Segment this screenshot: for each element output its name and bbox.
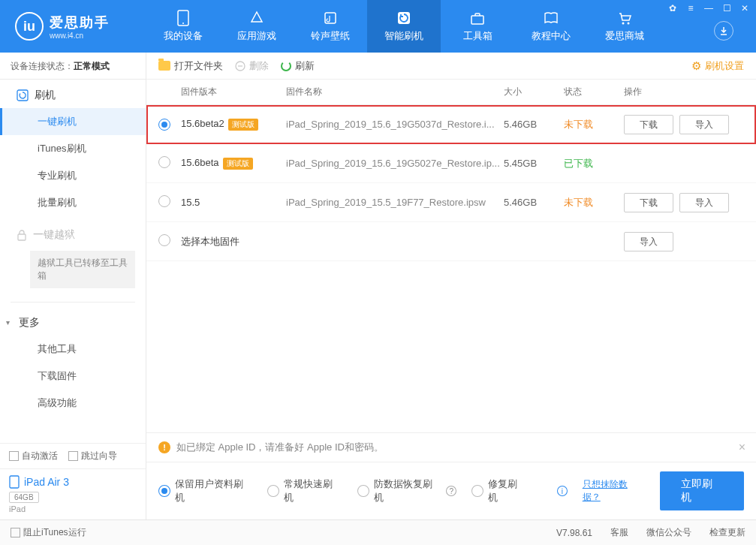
info-icon[interactable]: i (557, 486, 568, 496)
ipad-icon (9, 475, 20, 489)
nav-my-device[interactable]: 我的设备 (146, 0, 220, 53)
mode-anti-recovery[interactable]: 防数据恢复刷机? (357, 477, 456, 504)
sidebar-item-pro[interactable]: 专业刷机 (0, 162, 146, 189)
help-icon[interactable]: ? (446, 486, 456, 496)
nav-label: 铃声壁纸 (311, 29, 350, 43)
content-area: 打开文件夹 删除 刷新 ⚙ 刷机设置 固件版本 固件名称 大小 状态 操作 (146, 53, 756, 519)
svg-rect-2 (325, 13, 336, 23)
logo-icon: iu (15, 12, 44, 41)
maximize-icon[interactable]: ☐ (721, 3, 732, 14)
footer: 阻止iTunes运行 V7.98.61 客服 微信公众号 检查更新 (0, 519, 756, 545)
sidebar-options-row: 自动激活 跳过向导 (0, 444, 146, 468)
import-button[interactable]: 导入 (624, 232, 673, 251)
nav-tutorials[interactable]: 教程中心 (514, 0, 588, 53)
folder-icon (158, 61, 170, 71)
erase-data-link[interactable]: 只想抹除数据？ (583, 478, 646, 504)
nav-ringtones[interactable]: 铃声壁纸 (294, 0, 367, 53)
divider (11, 302, 135, 303)
device-chip[interactable]: iPad Air 3 64GB iPad (0, 468, 146, 519)
alert-close-icon[interactable]: × (739, 441, 745, 454)
connection-status: 设备连接状态：正常模式 (0, 53, 146, 80)
row-radio[interactable] (158, 195, 170, 207)
refresh-button[interactable]: 刷新 (281, 59, 315, 73)
sidebar-item-advanced[interactable]: 高级功能 (0, 390, 146, 417)
row-ops: 下载导入 (624, 193, 744, 212)
refresh-icon (281, 61, 291, 71)
menu-icon[interactable]: ≡ (685, 3, 696, 14)
beta-tag: 测试版 (228, 119, 258, 131)
skip-guide-checkbox[interactable]: 跳过向导 (68, 450, 117, 462)
nav-flash[interactable]: 智能刷机 (367, 0, 441, 53)
firmware-row[interactable]: 15.6beta2测试版iPad_Spring_2019_15.6_19G503… (146, 105, 756, 144)
block-itunes-checkbox[interactable]: 阻止iTunes运行 (11, 526, 86, 539)
row-radio[interactable] (158, 234, 170, 246)
svg-rect-9 (10, 476, 19, 488)
row-ops: 导入 (624, 232, 744, 251)
svg-point-5 (622, 23, 625, 25)
open-folder-button[interactable]: 打开文件夹 (158, 59, 223, 73)
download-button[interactable]: 下载 (624, 115, 673, 134)
firmware-row[interactable]: 15.5iPad_Spring_2019_15.5_19F77_Restore.… (146, 183, 756, 222)
customer-service-link[interactable]: 客服 (610, 526, 628, 539)
sidebar-head-more[interactable]: 更多 (0, 310, 146, 336)
version-label: V7.98.61 (556, 528, 592, 538)
version-text: 15.6beta (181, 157, 219, 168)
sidebar-head-flash[interactable]: 刷机 (0, 83, 146, 108)
nav-label: 智能刷机 (384, 29, 423, 43)
sidebar-item-batch[interactable]: 批量刷机 (0, 189, 146, 216)
row-radio[interactable] (158, 156, 170, 168)
minimize-icon[interactable]: — (703, 3, 714, 14)
firmware-row[interactable]: 选择本地固件导入 (146, 222, 756, 261)
check-update-link[interactable]: 检查更新 (709, 526, 745, 539)
svg-point-1 (182, 23, 184, 24)
sidebar-item-download[interactable]: 下载固件 (0, 363, 146, 390)
skin-icon[interactable]: ✿ (667, 3, 678, 14)
sidebar-item-onekey[interactable]: 一键刷机 (0, 108, 146, 135)
mode-repair[interactable]: 修复刷机 (471, 477, 527, 504)
firmware-name: iPad_Spring_2019_15.6_19G5037d_Restore.i… (286, 119, 504, 130)
auto-activate-checkbox[interactable]: 自动激活 (9, 450, 58, 462)
col-size: 大小 (504, 86, 564, 98)
nav-store[interactable]: 爱思商城 (588, 0, 661, 53)
brand: 爱思助手 www.i4.cn (50, 14, 110, 40)
sidebar-item-itunes[interactable]: iTunes刷机 (0, 135, 146, 162)
logo-area: iu 爱思助手 www.i4.cn (0, 12, 146, 41)
download-manager-button[interactable] (714, 21, 733, 41)
brand-name: 爱思助手 (50, 14, 110, 32)
import-button[interactable]: 导入 (679, 115, 729, 134)
nav-toolbox[interactable]: 工具箱 (441, 0, 514, 53)
col-version: 固件版本 (181, 86, 286, 98)
sidebar: 设备连接状态：正常模式 刷机 一键刷机 iTunes刷机 专业刷机 批量刷机 一… (0, 53, 146, 519)
bottom-panel: ! 如已绑定 Apple ID，请准备好 Apple ID和密码。 × 保留用户… (146, 432, 756, 519)
window-controls: ✿ ≡ — ☐ ✕ (667, 3, 750, 14)
flash-now-button[interactable]: 立即刷机 (660, 471, 744, 510)
nav-label: 教程中心 (532, 29, 571, 43)
alert-text: 如已绑定 Apple ID，请准备好 Apple ID和密码。 (176, 441, 384, 454)
col-status: 状态 (564, 86, 624, 98)
sidebar-item-other[interactable]: 其他工具 (0, 336, 146, 363)
import-button[interactable]: 导入 (679, 193, 729, 212)
table-header: 固件版本 固件名称 大小 状态 操作 (146, 80, 756, 105)
apps-icon (248, 10, 265, 26)
book-icon (543, 10, 559, 26)
download-button[interactable]: 下载 (624, 193, 673, 212)
device-name: iPad Air 3 (9, 475, 137, 489)
app-header: iu 爱思助手 www.i4.cn 我的设备 应用游戏 铃声壁纸 智能刷机 工具… (0, 0, 756, 53)
nav-apps[interactable]: 应用游戏 (220, 0, 294, 53)
toolbar: 打开文件夹 删除 刷新 ⚙ 刷机设置 (146, 53, 756, 80)
alert-bar: ! 如已绑定 Apple ID，请准备好 Apple ID和密码。 × (146, 433, 756, 462)
mode-quick[interactable]: 常规快速刷机 (267, 477, 342, 504)
sidebar-bottom: 自动激活 跳过向导 iPad Air 3 64GB iPad (0, 443, 146, 519)
mode-keep-data[interactable]: 保留用户资料刷机 (158, 477, 252, 504)
version-text: 15.5 (181, 197, 200, 208)
sidebar-head-jailbreak: 一键越狱 (0, 222, 146, 248)
nav-label: 我的设备 (164, 29, 203, 43)
wechat-link[interactable]: 微信公众号 (646, 526, 691, 539)
close-icon[interactable]: ✕ (739, 3, 750, 14)
flash-settings-button[interactable]: ⚙ 刷机设置 (691, 59, 744, 73)
row-radio[interactable] (158, 119, 170, 131)
svg-rect-7 (17, 90, 28, 101)
gear-icon: ⚙ (691, 59, 701, 73)
firmware-row[interactable]: 15.6beta测试版iPad_Spring_2019_15.6_19G5027… (146, 144, 756, 183)
delete-icon (235, 61, 245, 71)
